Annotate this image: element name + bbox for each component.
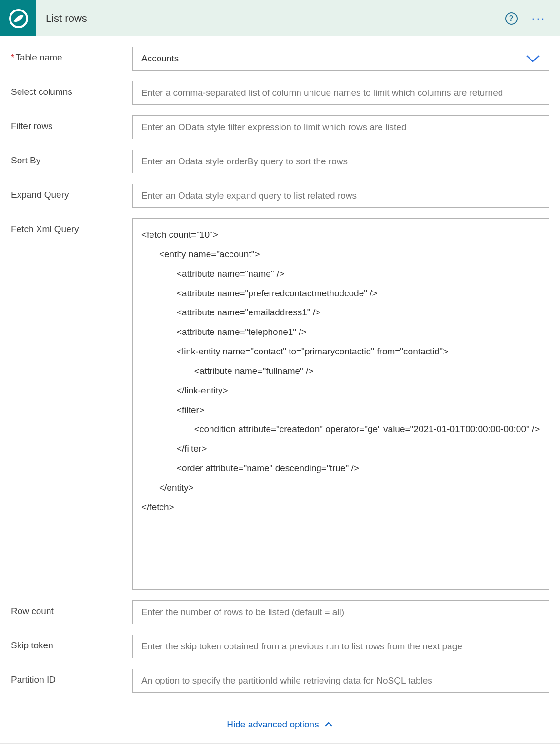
more-menu-icon[interactable]: ··· — [532, 13, 546, 24]
filter-rows-input[interactable] — [132, 115, 549, 139]
label-select-columns: Select columns — [11, 81, 132, 97]
select-columns-input[interactable] — [132, 81, 549, 105]
table-name-select[interactable]: Accounts — [132, 47, 549, 71]
partition-id-input[interactable] — [132, 669, 549, 693]
dataverse-swirl-icon — [0, 0, 36, 36]
field-row-sort-by: Sort By — [11, 150, 549, 173]
field-row-select-columns: Select columns — [11, 81, 549, 105]
label-row-count: Row count — [11, 600, 132, 616]
header-actions: ? ··· — [505, 12, 560, 25]
card-footer: Hide advanced options — [0, 708, 560, 743]
field-row-filter-rows: Filter rows — [11, 115, 549, 139]
label-sort-by: Sort By — [11, 150, 132, 166]
card-title: List rows — [46, 12, 505, 25]
sort-by-input[interactable] — [132, 150, 549, 173]
label-partition-id: Partition ID — [11, 669, 132, 685]
help-icon[interactable]: ? — [505, 12, 518, 25]
label-table-name: *Table name — [11, 47, 132, 63]
label-filter-rows: Filter rows — [11, 115, 132, 131]
table-name-value: Accounts — [141, 53, 179, 64]
label-expand-query: Expand Query — [11, 184, 132, 200]
label-fetch-xml: Fetch Xml Query — [11, 218, 132, 234]
advanced-toggle-label: Hide advanced options — [227, 719, 319, 730]
expand-query-input[interactable] — [132, 184, 549, 208]
list-rows-card: List rows ? ··· *Table name Accounts Sel… — [0, 0, 560, 744]
skip-token-input[interactable] — [132, 635, 549, 658]
chevron-up-icon — [324, 722, 333, 727]
field-row-expand-query: Expand Query — [11, 184, 549, 208]
hide-advanced-options-link[interactable]: Hide advanced options — [227, 719, 333, 730]
field-row-table-name: *Table name Accounts — [11, 47, 549, 71]
fetch-xml-textarea[interactable]: <fetch count="10"> <entity name="account… — [132, 218, 549, 590]
field-row-skip-token: Skip token — [11, 635, 549, 658]
row-count-input[interactable] — [132, 600, 549, 624]
field-row-fetch-xml: Fetch Xml Query <fetch count="10"> <enti… — [11, 218, 549, 590]
chevron-down-icon — [526, 54, 540, 63]
label-skip-token: Skip token — [11, 635, 132, 651]
card-body: *Table name Accounts Select columns Filt… — [0, 36, 560, 708]
card-header: List rows ? ··· — [0, 0, 560, 36]
field-row-row-count: Row count — [11, 600, 549, 624]
field-row-partition-id: Partition ID — [11, 669, 549, 693]
